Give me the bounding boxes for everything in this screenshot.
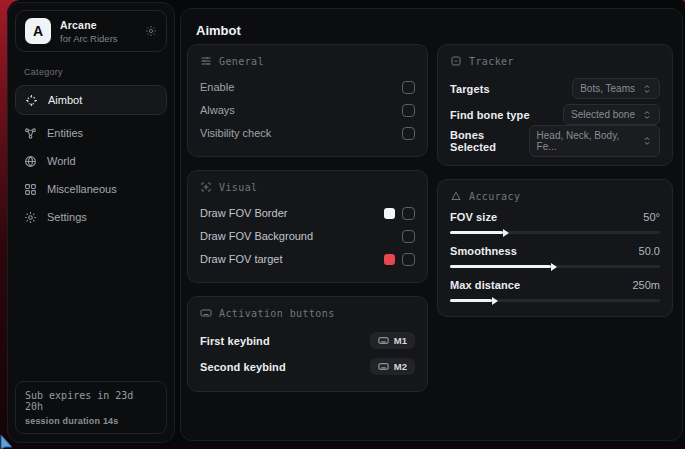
slider-thumb[interactable] — [492, 297, 498, 305]
draw-fov-border-checkbox[interactable] — [402, 207, 415, 220]
sliders-icon — [200, 55, 212, 67]
brand-card: A Arcane for Arc Riders — [15, 10, 167, 52]
second-keybind-button[interactable]: M2 — [370, 358, 415, 375]
sidebar-item-label: Aimbot — [48, 94, 82, 106]
setting-row-always: Always — [200, 99, 415, 121]
setting-row-max-distance: Max distance 250m — [450, 279, 660, 302]
setting-row-draw-fov-target: Draw FOV target — [200, 248, 415, 270]
setting-row-smoothness: Smoothness 50.0 — [450, 245, 660, 268]
setting-row-visibility-check: Visibility check — [200, 122, 415, 144]
first-keybind-button[interactable]: M1 — [370, 332, 415, 349]
page-title: Aimbot — [196, 23, 241, 38]
keyboard-icon — [378, 361, 389, 372]
color-swatch-white[interactable] — [384, 208, 395, 219]
smoothness-value: 50.0 — [639, 245, 660, 257]
triangle-icon — [450, 190, 462, 202]
keyboard-icon — [200, 307, 212, 319]
setting-row-enable: Enable — [200, 76, 415, 98]
visual-card: Visual Draw FOV Border Draw FOV Backgrou… — [187, 170, 428, 283]
setting-row-fov-size: FOV size 50° — [450, 211, 660, 234]
accuracy-card-header: Accuracy — [450, 190, 660, 202]
fov-size-value: 50° — [643, 211, 660, 223]
sidebar-item-world[interactable]: World — [8, 147, 174, 175]
visibility-check-checkbox[interactable] — [402, 127, 415, 140]
setting-row-first-keybind: First keybind M1 — [200, 328, 415, 353]
sidebar-item-label: World — [47, 155, 76, 167]
right-column: Tracker Targets Bots, Teams — [437, 44, 673, 330]
subscription-box: Sub expires in 23d 20h session duration … — [15, 381, 167, 434]
entities-icon — [24, 127, 37, 140]
tracker-card-header: Tracker — [450, 55, 660, 67]
max-distance-slider[interactable] — [450, 299, 660, 302]
card-title: Accuracy — [469, 191, 520, 202]
accuracy-card: Accuracy FOV size 50° Smoothness — [437, 179, 673, 317]
card-title: Activation buttons — [219, 308, 335, 319]
setting-row-draw-fov-background: Draw FOV Background — [200, 225, 415, 247]
targets-dropdown[interactable]: Bots, Teams — [572, 78, 660, 99]
sidebar-item-label: Settings — [47, 211, 87, 223]
setting-row-second-keybind: Second keybind M2 — [200, 354, 415, 379]
always-checkbox[interactable] — [402, 104, 415, 117]
slider-thumb[interactable] — [503, 229, 509, 237]
setting-row-find-bone-type: Find bone type Selected bone — [450, 102, 660, 127]
setting-row-bones-selected: Bones Selected Head, Neck, Body, Fe... — [450, 128, 660, 153]
general-card-header: General — [200, 55, 415, 67]
gear-icon[interactable] — [145, 25, 157, 37]
enable-checkbox[interactable] — [402, 81, 415, 94]
sidebar-item-aimbot[interactable]: Aimbot — [15, 85, 167, 115]
visual-card-header: Visual — [200, 181, 415, 193]
sidebar: A Arcane for Arc Riders Category — [7, 2, 175, 443]
tracker-card: Tracker Targets Bots, Teams — [437, 44, 673, 166]
app-window: A Arcane for Arc Riders Category — [7, 0, 685, 445]
keyboard-icon — [378, 335, 389, 346]
activation-card: Activation buttons First keybind M1 — [187, 296, 428, 392]
visual-icon — [200, 181, 212, 193]
sidebar-item-miscellaneous[interactable]: Miscellaneous — [8, 175, 174, 203]
brand-text: Arcane for Arc Riders — [60, 19, 118, 44]
app-name: Arcane — [60, 19, 118, 31]
sidebar-item-entities[interactable]: Entities — [8, 119, 174, 147]
left-column: General Enable Always Visibility check — [187, 44, 428, 405]
activation-card-header: Activation buttons — [200, 307, 415, 319]
smoothness-slider[interactable] — [450, 265, 660, 268]
sidebar-item-label: Miscellaneous — [47, 183, 117, 195]
card-title: Visual — [219, 182, 258, 193]
chevrons-up-down-icon — [642, 84, 652, 94]
color-swatch-red[interactable] — [384, 254, 395, 265]
draw-fov-target-checkbox[interactable] — [402, 253, 415, 266]
setting-row-targets: Targets Bots, Teams — [450, 76, 660, 101]
app-subtitle: for Arc Riders — [60, 33, 118, 44]
tracker-icon — [450, 55, 462, 67]
mouse-cursor — [0, 433, 18, 449]
card-title: Tracker — [469, 56, 514, 67]
category-label: Category — [24, 67, 174, 77]
app-logo: A — [25, 18, 51, 44]
main-panel: Aimbot General Enable — [180, 8, 683, 441]
grid-icon — [24, 183, 37, 196]
find-bone-type-dropdown[interactable]: Selected bone — [563, 104, 660, 125]
session-duration-text: session duration 14s — [25, 416, 157, 426]
slider-thumb[interactable] — [551, 263, 557, 271]
bones-selected-dropdown[interactable]: Head, Neck, Body, Fe... — [529, 125, 660, 157]
sidebar-item-label: Entities — [47, 127, 83, 139]
settings-gear-icon — [24, 211, 37, 224]
card-title: General — [219, 56, 264, 67]
globe-icon — [24, 155, 37, 168]
chevrons-up-down-icon — [642, 110, 652, 120]
draw-fov-background-checkbox[interactable] — [402, 230, 415, 243]
sub-expires-text: Sub expires in 23d 20h — [25, 390, 157, 412]
max-distance-value: 250m — [632, 279, 660, 291]
crosshair-icon — [25, 94, 38, 107]
general-card: General Enable Always Visibility check — [187, 44, 428, 157]
chevrons-up-down-icon — [642, 136, 652, 146]
sidebar-item-settings[interactable]: Settings — [8, 203, 174, 231]
setting-row-draw-fov-border: Draw FOV Border — [200, 202, 415, 224]
screen-background: A Arcane for Arc Riders Category — [0, 0, 685, 449]
fov-size-slider[interactable] — [450, 231, 660, 234]
